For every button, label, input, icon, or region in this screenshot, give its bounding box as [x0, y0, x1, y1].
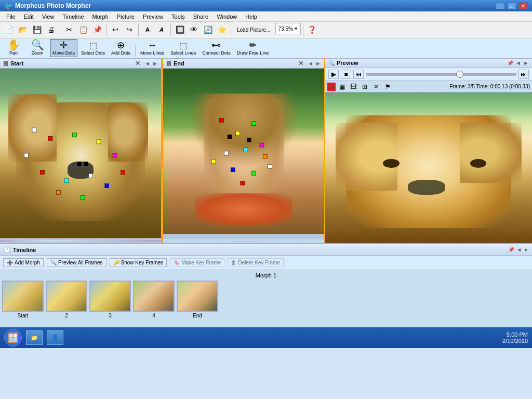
move-lines-tool[interactable]: ↔ Move Lines — [138, 39, 167, 57]
menu-morph[interactable]: Morph — [88, 12, 113, 21]
preview-tb-layers[interactable]: ⊞ — [360, 82, 370, 91]
start-scroll-left[interactable]: ◄ — [144, 60, 150, 66]
svg-rect-7 — [89, 174, 93, 178]
end-hscroll[interactable] — [163, 234, 324, 239]
preview-scroll-left[interactable]: ◄ — [515, 60, 521, 66]
make-key-frame-button[interactable]: 🔖 Make Key Frame — [170, 258, 224, 267]
move-dots-tool[interactable]: ✛ Move Dots — [50, 39, 77, 57]
start-close-button[interactable]: ✕ — [135, 60, 140, 67]
menu-window[interactable]: Window — [212, 12, 241, 21]
separator — [138, 24, 139, 36]
select-dots-tool[interactable]: ⬚ Select Dots — [78, 40, 108, 57]
frame-thumb-1[interactable] — [46, 281, 87, 312]
end-panel-icon: 🖼 — [166, 61, 171, 66]
frame-label-3: 4 — [152, 313, 155, 318]
zoom-tool[interactable]: 🔍 Zoom — [26, 38, 49, 57]
tb-action1[interactable]: 🔲 — [173, 23, 187, 36]
preview-slider-thumb[interactable] — [456, 71, 463, 78]
paste-button[interactable]: 📌 — [90, 23, 104, 36]
preview-play-button[interactable]: ▶ — [328, 70, 339, 79]
preview-panel: 🔍 Preview 📌 ◄ ► ▶ ■ ⏮ ⏭ ▦ 🎞 ⊞ ✕ ⚑ Frame:… — [325, 59, 532, 243]
menu-preview[interactable]: Preview — [139, 12, 167, 21]
timeline-frame-0[interactable]: Start — [2, 281, 44, 318]
preview-tb-pattern[interactable]: ▦ — [337, 82, 347, 91]
start-hscroll[interactable] — [0, 238, 161, 243]
zoom-display: 73.5% ▼ — [275, 23, 300, 34]
add-morph-button[interactable]: ➕ Add Morph — [3, 258, 44, 267]
copy-button[interactable]: 📋 — [76, 23, 90, 36]
svg-rect-18 — [260, 143, 264, 147]
help-button[interactable]: ❓ — [305, 23, 319, 36]
separator — [231, 24, 231, 36]
timeline-scroll-right[interactable]: ► — [524, 247, 529, 252]
timeline-frame-2[interactable]: 3 — [89, 281, 131, 318]
load-picture-button[interactable]: Load Picture... — [233, 23, 274, 36]
new-button[interactable]: 📄 — [2, 23, 16, 36]
preview-tb-cross[interactable]: ✕ — [371, 82, 381, 91]
timeline-frame-1[interactable]: 2 — [46, 281, 87, 318]
menu-file[interactable]: File — [2, 12, 20, 21]
frame-thumb-2[interactable] — [89, 281, 131, 312]
preview-stop-button[interactable]: ■ — [341, 70, 351, 79]
end-scroll-right[interactable]: ► — [315, 60, 321, 66]
menu-help[interactable]: Help — [241, 12, 261, 21]
delete-key-frame-button[interactable]: 🗑 Delete Key Frame — [228, 258, 284, 267]
maximize-button[interactable]: □ — [507, 2, 516, 9]
show-key-frames-button[interactable]: 🔑 Show Key Frames — [110, 258, 167, 267]
preview-scroll-right[interactable]: ► — [523, 60, 529, 66]
menu-share[interactable]: Share — [189, 12, 212, 21]
zoom-dropdown-icon[interactable]: ▼ — [294, 26, 298, 31]
end-scroll-left[interactable]: ◄ — [308, 60, 313, 66]
print-button[interactable]: 🖨 — [44, 23, 58, 36]
undo-button[interactable]: ↩ — [109, 23, 122, 36]
text-button[interactable]: A — [141, 23, 154, 36]
preview-tb-color[interactable] — [327, 83, 336, 91]
svg-rect-11 — [24, 153, 29, 157]
minimize-button[interactable]: ─ — [496, 2, 505, 9]
start-button[interactable]: 🪟 — [4, 329, 22, 347]
preview-playback-controls: ▶ ■ ⏮ ⏭ — [325, 68, 532, 81]
frame-thumb-4[interactable] — [177, 281, 218, 312]
connect-dots-icon: ⊷ — [211, 41, 221, 50]
menu-picture[interactable]: Picture — [113, 12, 139, 21]
menu-view[interactable]: View — [38, 12, 59, 21]
frame-thumb-3[interactable] — [133, 281, 175, 312]
open-button[interactable]: 📂 — [16, 23, 30, 36]
preview-ear-right — [460, 123, 522, 183]
preview-all-frames-button[interactable]: 🔍 Preview All Frames — [47, 258, 107, 267]
tb-action4[interactable]: ⭐ — [215, 23, 229, 36]
menu-timeline[interactable]: Timeline — [58, 12, 88, 21]
tb-action2[interactable]: 👁 — [187, 23, 201, 36]
save-button[interactable]: 💾 — [30, 23, 44, 36]
taskbar-explorer[interactable]: 📁 — [26, 330, 43, 345]
menu-tools[interactable]: Tools — [167, 12, 189, 21]
bold-button[interactable]: A — [155, 23, 168, 36]
timeline-pin-button[interactable]: 📌 — [508, 247, 514, 252]
end-close-button[interactable]: ✕ — [298, 60, 303, 67]
preview-pin-button[interactable]: 📌 — [507, 60, 513, 66]
frame-thumb-0[interactable] — [2, 281, 44, 312]
select-lines-tool[interactable]: ⬚ Select Lines — [168, 40, 198, 57]
redo-button[interactable]: ↪ — [123, 23, 136, 36]
cut-button[interactable]: ✂ — [62, 23, 76, 36]
add-dots-tool[interactable]: ⊕ Add Dots — [109, 39, 133, 57]
pan-tool[interactable]: ✋ Pan — [2, 38, 25, 57]
preview-step-back-button[interactable]: ⏮ — [353, 70, 364, 79]
close-button[interactable]: ✕ — [518, 2, 528, 9]
timeline-frame-3[interactable]: 4 — [133, 281, 175, 318]
start-tab-label: Start — [10, 60, 23, 66]
draw-free-line-tool[interactable]: ✏ Draw Free Line — [234, 39, 272, 57]
preview-tb-filmstrip[interactable]: 🎞 — [348, 82, 358, 91]
separator — [303, 24, 303, 36]
preview-tb-flag[interactable]: ⚑ — [382, 82, 393, 91]
timeline-scroll-left[interactable]: ◄ — [516, 247, 522, 252]
preview-timeline-slider[interactable] — [366, 73, 516, 76]
timeline-frame-4[interactable]: End — [177, 281, 218, 318]
taskbar-app[interactable]: 👤 — [47, 330, 63, 345]
preview-step-fwd-button[interactable]: ⏭ — [518, 70, 529, 79]
svg-rect-27 — [268, 164, 272, 168]
tb-action3[interactable]: 🔄 — [201, 23, 215, 36]
start-scroll-right[interactable]: ► — [152, 60, 158, 66]
menu-edit[interactable]: Edit — [20, 12, 38, 21]
connect-dots-tool[interactable]: ⊷ Connect Dots — [200, 39, 233, 57]
